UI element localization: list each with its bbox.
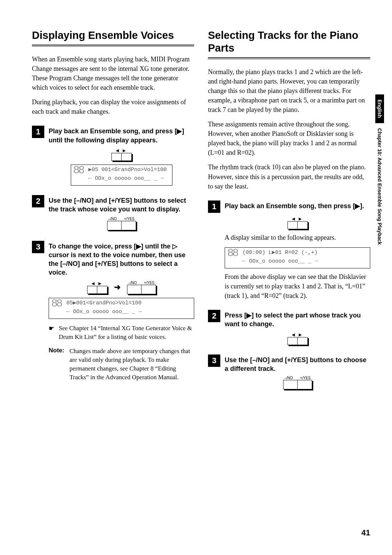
step-text: Use the [–/NO] and [+/YES] buttons to se… [49,195,194,214]
no-label: –/NO [285,376,293,380]
arrow-rocker: ◀ ▶ [287,216,308,229]
lcd-line-2: ← OOx_o ooooo ooo__ _ → [51,308,192,316]
left-title: Displaying Ensemble Voices [32,29,194,42]
step-text: Play back an Ensemble song, and press [▶… [49,126,194,145]
side-tab-chapter: Chapter 10: Advanced Ensemble Song Playb… [375,123,384,250]
arrow-icons: ◀ ▶ [87,281,107,286]
step-text: Play back an Ensemble song, then press [… [225,200,364,213]
right-step-2: 2 Press [▶] to select the part whose tra… [208,310,370,329]
right-after-lcd: From the above display we can see that t… [225,272,370,300]
lcd-display-2: 88 05▶001<GrandPno>Vol=100 ← OOx_o ooooo… [49,298,194,319]
side-tab-language: English [375,94,384,123]
right-para-2: These assignments remain active througho… [208,119,370,157]
right-para-1: Normally, the piano plays tracks 1 and 2… [208,67,370,114]
lcd-line-1: 05▶001<GrandPno>Vol=100 [51,299,192,308]
arrow-icons: ◀ ▶ [287,216,308,221]
arrow-rocker: ◀ ▶ [111,148,132,161]
lcd-line-1: (00:00) L▶01 R=02 (-,+) [227,248,368,257]
title-rule [32,45,194,46]
right-step-1: 1 Play back an Ensemble song, then press… [208,200,370,213]
left-column: Displaying Ensemble Voices When an Ensem… [32,29,194,393]
lcd-digit-ghost: 88 [227,248,237,259]
step-text: Use the [–/NO] and [+/YES] buttons to ch… [225,355,370,373]
no-label: –/NO [109,217,117,221]
lcd-digit-ghost: 88 [73,165,83,176]
no-yes-buttons: –/NO +/YES [49,217,194,231]
right-para-3: The rhythm track (track 10) can also be … [208,162,370,191]
right-column: Selecting Tracks for the Piano Parts Nor… [208,29,370,393]
reference: ☛ See Chapter 14 “Internal XG Tone Gener… [49,324,194,341]
left-step-1: 1 Play back an Ensemble song, and press … [32,126,194,145]
step-number: 2 [208,310,220,322]
lcd-line-2: ← OOx_o ooooo ooo__ _ → [227,257,368,266]
right-step-3: 3 Use the [–/NO] and [+/YES] buttons to … [208,355,370,373]
step-number: 3 [208,355,220,367]
step-number: 2 [32,195,44,207]
reference-text: See Chapter 14 “Internal XG Tone Generat… [59,324,194,341]
arrow-rocker: ◀ ▶ [287,332,308,345]
step-number: 1 [32,126,44,138]
step-number: 3 [32,241,44,253]
no-label: –/NO [128,281,137,285]
left-step-2: 2 Use the [–/NO] and [+/YES] buttons to … [32,195,194,214]
step-number: 1 [208,200,220,213]
main-columns: Displaying Ensemble Voices When an Ensem… [32,29,370,393]
left-step-3: 3 To change the voice, press [▶] until t… [32,241,194,277]
left-para-1: When an Ensemble song starts playing bac… [32,54,194,92]
yes-label: +/YES [124,217,135,221]
lcd-display-1: 88 ▶05 001<GrandPno>Vol=100 ← OOx_o oooo… [71,165,172,186]
arrow-icons: ◀ ▶ [111,148,132,153]
step-text: To change the voice, press [▶] until the… [49,241,194,277]
yes-label: +/YES [144,281,155,285]
left-step-1-body: ◀ ▶ 88 ▶05 001<GrandPno>Vol=100 ← OOx_o … [32,148,194,186]
lcd-line-1: ▶05 001<GrandPno>Vol=100 [73,166,170,174]
lcd-display-right: 88 (00:00) L▶01 R=02 (-,+) ← OOx_o ooooo… [225,247,370,268]
note-label: Note: [49,347,64,381]
no-yes-buttons: –/NO +/YES [127,281,156,294]
page-number: 41 [362,528,370,538]
side-tab: English Chapter 10: Advanced Ensemble So… [375,94,384,250]
note: Note: Changes made above are temporary c… [49,347,194,381]
pointer-icon: ☛ [49,324,54,341]
no-yes-buttons: –/NO +/YES [225,376,370,390]
title-rule [208,57,370,59]
lcd-line-2: ← OOx_o ooooo ooo__ _ → [73,174,170,183]
right-title: Selecting Tracks for the Piano Parts [208,29,370,54]
note-body: Changes made above are temporary changes… [69,347,194,381]
yes-label: +/YES [300,376,311,380]
right-caption-1: A display similar to the following appea… [225,233,370,242]
step-text: Press [▶] to select the part whose track… [225,310,370,329]
arrow-icons: ◀ ▶ [287,332,308,337]
lcd-digit-ghost: 88 [51,298,61,309]
left-para-2: During playback, you can display the voi… [32,97,194,116]
arrow-right-icon: ➜ [114,283,121,292]
arrow-rocker: ◀ ▶ [87,281,107,294]
